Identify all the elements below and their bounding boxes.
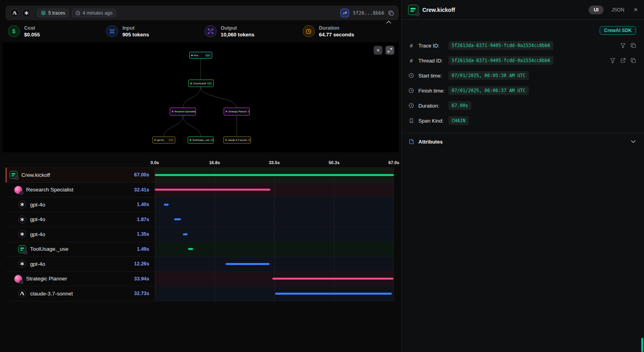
crewai-icon — [9, 171, 17, 179]
copy-button[interactable] — [631, 58, 636, 63]
trend-chip-button[interactable] — [340, 9, 349, 17]
node-label: Run — [194, 54, 198, 57]
clock-icon — [408, 88, 414, 93]
time-ago-chip: 4 minutes ago — [72, 9, 116, 17]
graph-node-run[interactable]: Run — [189, 52, 212, 59]
crewai-sdk-badge[interactable]: CrewAI SDK — [600, 26, 636, 35]
copy-trace-id-button[interactable] — [388, 10, 394, 16]
span-row-toolusage[interactable]: ToolUsage._use 1.49s — [6, 242, 394, 257]
trace-graph-panel: Run Crew.kickoff Research Specialist Str… — [2, 42, 399, 152]
span-label: gpt-4o — [30, 231, 45, 237]
stat-duration: Duration 64.77 seconds — [300, 25, 399, 38]
trending-up-icon — [342, 11, 347, 15]
filter-button[interactable] — [610, 58, 616, 63]
trace-short-id: 5f26...8bb6 — [353, 10, 384, 16]
span-duration: 32.73s — [134, 291, 149, 296]
close-panel-button[interactable]: × — [634, 6, 638, 13]
graph-expand-button[interactable] — [386, 46, 394, 55]
span-duration: 1.40s — [137, 202, 149, 207]
span-row-gpt-4o[interactable]: gpt-4o 1.40s — [6, 197, 394, 212]
span-duration: 67.00s — [134, 172, 149, 178]
collapse-stats-button[interactable] — [386, 20, 391, 24]
span-bar[interactable] — [164, 204, 169, 206]
span-label: ToolUsage._use — [30, 246, 68, 252]
span-duration: 1.87s — [137, 217, 149, 222]
field-finish-time: Finish time: 07/01/2025, 06:06:37 AM UTC — [402, 83, 644, 98]
span-row-strategic-planner[interactable]: Strategic Planner 33.94s — [6, 272, 394, 287]
traces-count-chip[interactable]: 5 traces — [37, 9, 69, 17]
span-bar[interactable] — [226, 263, 270, 265]
field-duration: Duration: 67.00s — [402, 98, 644, 113]
span-details-panel: Crew.kickoff UI JSON × CrewAI SDK # Trac… — [401, 0, 644, 352]
graph-node-strategic-planner[interactable]: Strategic Planner — [224, 108, 250, 115]
span-rows: Crew.kickoff 67.00s Research Specialist … — [6, 167, 394, 301]
node-chip — [211, 139, 214, 141]
field-trace-id: # Trace ID: 5f2613da-8371-9405-fcdd-0a15… — [402, 38, 644, 53]
span-row-crew-kickoff[interactable]: Crew.kickoff 67.00s — [6, 168, 394, 183]
span-bar[interactable] — [183, 233, 188, 235]
trace-stats-row: $ Cost $0.055 Input 905 tokens Output 10… — [6, 22, 399, 41]
span-row-gpt-4o[interactable]: gpt-4o 12.26s — [6, 257, 394, 272]
details-header: Crew.kickoff UI JSON × — [402, 0, 644, 20]
funnel-icon — [620, 43, 626, 48]
agentops-badge-icon — [23, 250, 27, 254]
span-bar[interactable] — [155, 189, 270, 191]
filter-button[interactable] — [620, 43, 626, 48]
agentops-badge-icon — [19, 191, 23, 195]
span-row-research-specialist[interactable]: Research Specialist 32.41s — [6, 183, 394, 198]
time-axis: 0.0s 16.8s 33.5s 50.3s 67.0s — [155, 156, 394, 167]
node-label: Research Specialist — [175, 110, 196, 113]
span-row-gpt-4o[interactable]: gpt-4o 1.87s — [6, 212, 394, 227]
span-label: Research Specialist — [26, 187, 73, 193]
span-row-claude[interactable]: claude-3.7-sonnet 32.73s — [6, 286, 394, 301]
graph-edges — [2, 42, 399, 152]
node-dot — [190, 83, 192, 84]
copy-button[interactable] — [631, 43, 636, 48]
scrollbar-thumb[interactable] — [641, 338, 643, 352]
field-start-time: Start time: 07/01/2025, 06:05:30 AM UTC — [402, 68, 644, 83]
span-bar[interactable] — [174, 218, 181, 220]
field-label: Thread ID: — [418, 58, 448, 64]
axis-tick: 50.3s — [329, 160, 340, 165]
span-bar[interactable] — [155, 174, 394, 176]
span-bar[interactable] — [188, 248, 193, 250]
clock-icon — [408, 73, 414, 78]
attributes-toggle[interactable]: Attributes — [402, 133, 644, 150]
node-dot — [225, 139, 227, 141]
tab-ui[interactable]: UI — [589, 6, 604, 14]
node-label: gpt-4o — [157, 139, 164, 141]
agentops-badge-icon — [416, 12, 420, 16]
arrows-in-icon — [106, 25, 118, 37]
graph-node-research-specialist[interactable]: Research Specialist — [170, 108, 196, 115]
graph-node-claude[interactable]: claude-3.7-sonnet — [223, 136, 251, 144]
node-dot — [172, 111, 173, 112]
graph-node-crew-kickoff[interactable]: Crew.kickoff — [188, 79, 214, 87]
field-value: 5f2613da-8371-9405-fcdd-0a1534cc8bb6 — [448, 56, 553, 65]
sdk-badge-row: CrewAI SDK — [402, 20, 644, 38]
node-dot — [190, 139, 191, 141]
open-external-button[interactable] — [620, 58, 626, 63]
graph-node-gpt-4o[interactable]: gpt-4o — [152, 136, 175, 144]
openai-icon — [18, 216, 26, 223]
field-value: 67.00s — [448, 101, 471, 110]
copy-icon — [631, 58, 636, 63]
span-row-gpt-4o[interactable]: gpt-4o 1.35s — [6, 227, 394, 242]
attributes-label: Attributes — [418, 139, 443, 145]
stat-input-value: 905 tokens — [122, 32, 149, 38]
node-label: Strategic Planner — [228, 110, 247, 113]
agentops-badge-icon — [15, 176, 19, 180]
trace-main-area: 5 traces 4 minutes ago 5f26...8bb6 $ Cos… — [0, 0, 399, 352]
openai-icon — [18, 260, 26, 268]
crewai-icon — [408, 5, 418, 15]
graph-node-toolusage[interactable]: ToolUsage._use — [188, 136, 214, 144]
graph-close-button[interactable]: × — [374, 46, 382, 55]
span-waterfall: 0.0s 16.8s 33.5s 50.3s 67.0s Crew.kickof… — [6, 156, 394, 301]
field-label: Finish time: — [418, 88, 448, 94]
hash-icon: # — [408, 58, 414, 64]
copy-icon — [631, 43, 636, 48]
hash-icon: # — [408, 43, 414, 49]
span-bar[interactable] — [275, 293, 392, 295]
tab-json[interactable]: JSON — [612, 7, 624, 13]
dollar-icon: $ — [8, 25, 20, 37]
span-bar[interactable] — [272, 278, 393, 280]
